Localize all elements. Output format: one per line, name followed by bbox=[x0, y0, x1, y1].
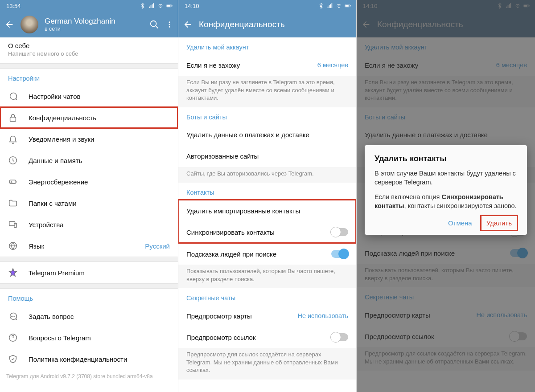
dialog-body-2: Если включена опция Синхронизировать кон… bbox=[374, 192, 517, 211]
delete-imported-row[interactable]: Удалить импортированные контакты bbox=[178, 200, 356, 221]
sites-note: Сайты, где Вы авторизовались через Teleg… bbox=[178, 167, 356, 183]
help-faq[interactable]: Вопросы о Telegram bbox=[0, 327, 178, 348]
svg-point-5 bbox=[169, 24, 170, 25]
dialog-body-1: В этом случае Ваши контакты будут удален… bbox=[374, 169, 517, 187]
section-settings: Настройки bbox=[0, 69, 178, 86]
devices-icon bbox=[8, 220, 18, 229]
settings-premium[interactable]: Telegram Premium bbox=[0, 262, 178, 283]
search-icon[interactable] bbox=[149, 20, 159, 29]
signal-icon bbox=[148, 3, 155, 9]
data-icon bbox=[8, 155, 18, 165]
svg-rect-1 bbox=[167, 5, 170, 7]
section-help: Помощь bbox=[0, 289, 178, 306]
globe-icon bbox=[8, 241, 18, 251]
screen-privacy: 14:10 Конфиденциальность Удалить мой акк… bbox=[178, 0, 357, 392]
folder-icon bbox=[8, 198, 18, 208]
settings-devices[interactable]: Устройства bbox=[0, 214, 178, 235]
bell-icon bbox=[8, 134, 18, 144]
status-icons bbox=[140, 3, 173, 9]
help-ask[interactable]: Задать вопрос bbox=[0, 306, 178, 327]
cancel-button[interactable]: Отмена bbox=[443, 216, 477, 230]
svg-point-6 bbox=[169, 26, 170, 28]
sync-toggle[interactable] bbox=[331, 228, 348, 236]
battery-icon bbox=[8, 177, 18, 187]
wifi-icon bbox=[336, 3, 342, 9]
user-status: в сети bbox=[45, 26, 143, 32]
chat-dots-icon bbox=[8, 311, 18, 321]
back-icon[interactable] bbox=[4, 20, 14, 29]
avatar[interactable] bbox=[21, 16, 38, 33]
battery-icon bbox=[166, 3, 173, 9]
confirm-delete-button[interactable]: Удалить bbox=[481, 216, 517, 230]
link-preview-toggle[interactable] bbox=[331, 333, 348, 341]
question-icon bbox=[8, 333, 18, 343]
header-profile: German Vologzhanin в сети bbox=[0, 12, 178, 37]
svg-rect-18 bbox=[345, 5, 348, 7]
section-contacts: Контакты bbox=[178, 183, 356, 200]
svg-rect-11 bbox=[14, 223, 17, 227]
settings-privacy[interactable]: Конфиденциальность bbox=[0, 107, 178, 128]
section-secret-chats: Секретные чаты bbox=[178, 288, 356, 305]
dialog-title: Удалить контакты bbox=[374, 154, 517, 163]
authorized-sites-row[interactable]: Авторизованные сайты bbox=[178, 146, 356, 167]
lock-icon bbox=[8, 113, 18, 122]
premium-star-icon bbox=[8, 268, 18, 278]
wifi-icon bbox=[157, 3, 164, 9]
away-note: Если Вы ни разу не заглянете в Telegram … bbox=[178, 76, 356, 107]
section-bots: Боты и сайты bbox=[178, 107, 356, 124]
screen-settings: 13:54 German Vologzhanin в сети О себе Н… bbox=[0, 0, 178, 392]
screen-privacy-dialog: 14:10 Конфиденциальность Удалить мой акк… bbox=[357, 0, 535, 392]
away-period-row[interactable]: Если я не захожу 6 месяцев bbox=[178, 54, 356, 76]
settings-folders[interactable]: Папки с чатами bbox=[0, 192, 178, 214]
back-icon[interactable] bbox=[183, 20, 193, 29]
settings-data[interactable]: Данные и память bbox=[0, 150, 178, 171]
settings-chats[interactable]: Настройки чатов bbox=[0, 86, 178, 107]
svg-point-13 bbox=[12, 316, 12, 317]
version-label: Telegram для Android v9.7.2 (3708) store… bbox=[0, 370, 178, 383]
header-privacy: Конфиденциальность bbox=[178, 12, 356, 37]
svg-point-14 bbox=[13, 316, 13, 317]
battery-icon bbox=[345, 3, 351, 9]
svg-point-3 bbox=[151, 21, 156, 27]
suggest-note: Показывать пользователей, которым Вы час… bbox=[178, 265, 356, 288]
svg-point-4 bbox=[169, 21, 170, 23]
settings-notifications[interactable]: Уведомления и звуки bbox=[0, 128, 178, 150]
page-title: Конфиденциальность bbox=[199, 20, 352, 29]
map-preview-row[interactable]: Предпросмотр карты Не использовать bbox=[178, 305, 356, 327]
clock: 13:54 bbox=[6, 3, 21, 9]
clock: 14:10 bbox=[185, 3, 199, 9]
link-note: Предпросмотр для ссылок создаётся на сер… bbox=[178, 348, 356, 380]
svg-point-15 bbox=[14, 316, 14, 317]
delete-contacts-dialog: Удалить контакты В этом случае Ваши конт… bbox=[365, 145, 527, 235]
svg-rect-7 bbox=[10, 117, 16, 121]
suggest-toggle[interactable] bbox=[331, 250, 348, 258]
signal-icon bbox=[327, 3, 333, 9]
help-policy[interactable]: Политика конфиденциальности bbox=[0, 348, 178, 370]
user-name: German Vologzhanin bbox=[45, 17, 143, 26]
bluetooth-icon bbox=[140, 3, 146, 9]
chat-icon bbox=[8, 91, 18, 101]
link-preview-row[interactable]: Предпросмотр ссылок bbox=[178, 327, 356, 348]
bio-field[interactable]: О себе Напишите немного о себе bbox=[0, 37, 178, 63]
bluetooth-icon bbox=[318, 3, 324, 9]
settings-language[interactable]: Язык Русский bbox=[0, 235, 178, 257]
status-bar: 13:54 bbox=[0, 0, 178, 12]
status-bar: 14:10 bbox=[178, 0, 356, 12]
section-delete-account: Удалить мой аккаунт bbox=[178, 37, 356, 54]
settings-power[interactable]: Энергосбережение bbox=[0, 171, 178, 192]
sync-contacts-row[interactable]: Синхронизировать контакты bbox=[178, 221, 356, 243]
svg-rect-19 bbox=[350, 5, 350, 7]
more-icon[interactable] bbox=[165, 20, 173, 29]
status-icons bbox=[318, 3, 351, 9]
svg-rect-9 bbox=[10, 180, 16, 183]
delete-payments-row[interactable]: Удалить данные о платежах и доставке bbox=[178, 124, 356, 146]
suggest-people-row[interactable]: Подсказка людей при поиске bbox=[178, 243, 356, 265]
shield-icon bbox=[8, 354, 18, 364]
svg-rect-2 bbox=[172, 5, 172, 7]
